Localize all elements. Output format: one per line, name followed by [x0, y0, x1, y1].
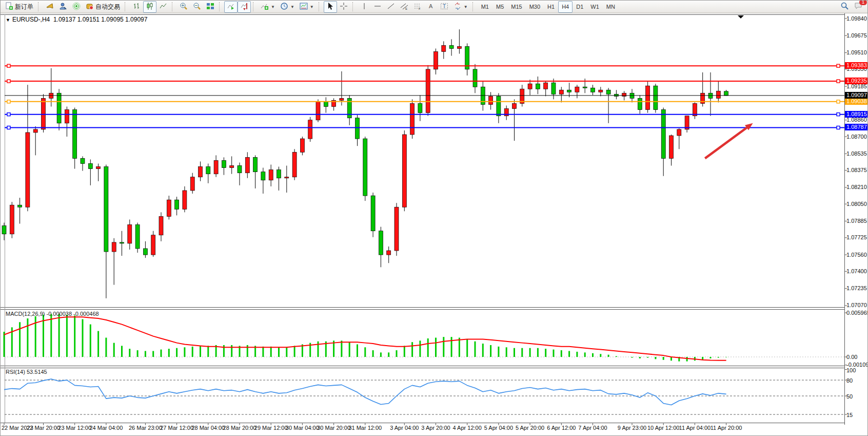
- line-handle[interactable]: [7, 126, 10, 129]
- candlestick-chart-button[interactable]: [143, 1, 156, 13]
- search-button[interactable]: [838, 1, 852, 13]
- vertical-line-icon: [360, 2, 368, 12]
- trendline-button[interactable]: [384, 1, 398, 13]
- trendline-icon: [387, 2, 395, 12]
- sound-alert-button[interactable]: [43, 1, 56, 13]
- candlestick: [292, 152, 297, 177]
- line-chart-button[interactable]: [156, 1, 170, 13]
- zoom-out-button[interactable]: [190, 1, 204, 13]
- chart-shift-button[interactable]: [238, 1, 251, 13]
- timeframe-button-w1[interactable]: W1: [587, 1, 603, 13]
- tile-windows-icon: [206, 2, 214, 12]
- rsi-line: [4, 379, 726, 405]
- line-handle[interactable]: [7, 80, 10, 83]
- zoom-in-button[interactable]: [177, 1, 190, 13]
- chart-canvas[interactable]: ▼EURUSD-,H4 1.09137 1.09151 1.09095 1.09…: [1, 13, 868, 436]
- tile-windows-button[interactable]: [204, 1, 217, 13]
- candlestick: [238, 166, 242, 173]
- rsi-tick-label: 15: [846, 412, 853, 418]
- profile-button[interactable]: [56, 1, 70, 13]
- timeframe-button-m15[interactable]: M15: [507, 1, 525, 13]
- candlestick: [371, 196, 375, 231]
- timeframe-button-h4[interactable]: H4: [558, 1, 573, 13]
- line-handle[interactable]: [7, 64, 10, 67]
- timeframe-button-m30[interactable]: M30: [526, 1, 544, 13]
- auto-scroll-button[interactable]: [224, 1, 238, 13]
- horizontal-line-button[interactable]: [371, 1, 384, 13]
- time-tick-label: 24 Mar 04:00: [89, 425, 123, 431]
- crosshair-button[interactable]: [337, 1, 350, 13]
- channel-button[interactable]: E: [398, 1, 411, 13]
- chat-button[interactable]: 1: [852, 1, 865, 13]
- templates-button[interactable]: ▼: [297, 1, 317, 13]
- cursor-button[interactable]: [324, 1, 337, 13]
- candlestick: [214, 160, 218, 174]
- text-button[interactable]: A: [424, 1, 438, 13]
- line-handle[interactable]: [837, 126, 840, 129]
- candlestick: [308, 120, 312, 139]
- candlestick: [497, 96, 501, 116]
- timeframe-button-m1[interactable]: M1: [478, 1, 492, 13]
- arrows-icon: [453, 2, 462, 12]
- auto-trading-icon: [86, 2, 94, 12]
- candlestick: [418, 103, 422, 112]
- candlestick: [473, 69, 477, 87]
- chevron-down-icon: ▼: [310, 5, 314, 9]
- price-tick-label: 1.09840: [846, 15, 867, 22]
- auto-trading-button[interactable]: 自动交易: [83, 1, 123, 13]
- candlestick: [183, 191, 187, 209]
- timeframe-button-m5[interactable]: M5: [492, 1, 507, 13]
- bar-chart-button[interactable]: [130, 1, 143, 13]
- candlestick: [128, 225, 132, 243]
- line-handle[interactable]: [837, 100, 840, 103]
- periods-button[interactable]: ▼: [278, 1, 297, 13]
- line-handle[interactable]: [837, 113, 840, 116]
- candlestick: [551, 83, 556, 94]
- trend-arrow[interactable]: [705, 128, 746, 159]
- time-tick-label: 31 Mar 12:00: [348, 425, 382, 431]
- separator: [472, 2, 476, 11]
- time-tick-label: 6 Apr 12:00: [547, 425, 576, 431]
- text-label-button[interactable]: T: [438, 1, 451, 13]
- separator: [219, 2, 222, 11]
- rsi-tick-label: 50: [846, 393, 853, 400]
- line-handle[interactable]: [7, 113, 10, 116]
- candlestick: [661, 110, 665, 159]
- candlestick: [614, 94, 618, 96]
- equidistant-channel-icon: E: [400, 2, 408, 12]
- candlestick: [222, 160, 226, 167]
- line-handle[interactable]: [837, 80, 840, 83]
- price-tick-label: 1.07235: [846, 285, 867, 291]
- fibonacci-button[interactable]: F: [411, 1, 424, 13]
- time-tick-label: 11 Apr 04:00: [679, 425, 711, 431]
- candlestick: [151, 235, 155, 255]
- candlestick: [269, 170, 273, 180]
- chart-shift-icon: [240, 2, 248, 12]
- line-handle[interactable]: [7, 100, 10, 103]
- separator: [253, 2, 256, 11]
- line-chart-icon: [159, 2, 167, 12]
- line-handle[interactable]: [837, 64, 840, 67]
- arrows-button[interactable]: ▼: [451, 1, 470, 13]
- chart-plot: [1, 13, 868, 436]
- candlestick: [716, 91, 720, 98]
- collapse-triangle-icon[interactable]: ▼: [6, 17, 10, 23]
- zoom-out-icon: [193, 2, 201, 12]
- chart-symbol: EURUSD-,H4: [12, 16, 50, 23]
- price-tick-label: 1.09675: [846, 32, 867, 39]
- timeframe-button-h1[interactable]: H1: [544, 1, 558, 13]
- price-tick-label: 1.07400: [846, 268, 867, 274]
- new-order-button[interactable]: 新订单: [3, 1, 36, 13]
- candlestick: [591, 88, 595, 92]
- candlestick: [18, 205, 22, 207]
- price-line-label: 1.08915: [845, 111, 868, 118]
- vertical-line-button[interactable]: [358, 1, 371, 13]
- zoom-in-icon: [180, 2, 188, 12]
- timeframe-button-mn[interactable]: MN: [603, 1, 619, 13]
- indicators-button[interactable]: ▼: [258, 1, 278, 13]
- timeframe-button-d1[interactable]: D1: [573, 1, 587, 13]
- toolbar: 新订单 自动交易 ▼ ▼ ▼ E F A T ▼: [1, 1, 867, 13]
- signal-button[interactable]: [70, 1, 83, 13]
- candlestick: [512, 103, 517, 108]
- candlestick: [528, 84, 532, 89]
